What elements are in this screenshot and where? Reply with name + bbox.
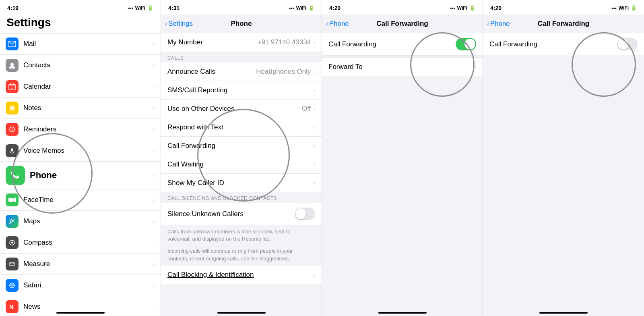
silence-toggle[interactable] [295,208,315,220]
settings-item-notes[interactable]: Notes › [0,98,161,119]
status-bar-4: 4:20 ▪▪▪ WiFi 🔋 [483,0,644,15]
mail-icon [6,37,19,50]
settings-item-facetime[interactable]: FaceTime › [0,189,161,211]
caller-id-item[interactable]: Show My Caller ID › [161,174,322,192]
silencing-section-header: CALL SILENCING AND BLOCKED CONTACTS [161,192,322,203]
reminders-chevron: › [153,126,155,133]
settings-item-mail[interactable]: Mail › [0,33,161,55]
settings-item-compass[interactable]: Compass › [0,232,161,254]
settings-item-phone[interactable]: Phone › [0,162,161,189]
wifi-icon-3: WiFi [457,5,467,11]
silence-desc-2: Incoming calls will continue to ring fro… [161,244,322,264]
status-time-3: 4:20 [329,5,341,11]
settings-item-calendar[interactable]: 6 Calendar › [0,76,161,98]
forwarding-on-content: Call Forwarding Forward To › [322,33,483,316]
silence-label: Silence Unknown Callers [167,210,295,218]
call-forwarding-on-section: Call Forwarding [322,33,483,56]
home-indicator-2 [217,312,266,314]
sms-reporting-item[interactable]: SMS/Call Reporting › [161,81,322,100]
status-icons-4: ▪▪▪ WiFi 🔋 [611,5,637,11]
reminders-icon [6,123,19,136]
forwarding-off-nav: ‹ Phone Call Forwarding [483,15,644,33]
forward-to-section: Forward To › [322,57,483,76]
compass-label: Compass [23,239,153,247]
panel-call-forwarding-off: 4:20 ▪▪▪ WiFi 🔋 ‹ Phone Call Forwarding … [483,0,644,316]
home-indicator-4 [539,312,588,314]
status-icons-3: ▪▪▪ WiFi 🔋 [450,5,475,11]
use-devices-value: Off [302,105,311,113]
settings-header: Settings [0,15,161,33]
settings-item-measure[interactable]: Measure › [0,254,161,275]
settings-item-maps[interactable]: Maps › [0,211,161,232]
calls-section-header: CALLS [161,52,322,62]
settings-item-reminders[interactable]: Reminders › [0,119,161,140]
phone-nav-header: ‹ Settings Phone [161,15,322,33]
home-indicator-3 [378,312,427,314]
svg-point-1 [10,63,14,66]
svg-point-13 [12,130,12,131]
call-forwarding-toggle-off-item[interactable]: Call Forwarding [483,33,644,55]
my-number-item[interactable]: My Number +91 97140 43334 › [161,33,322,52]
call-waiting-label: Call Waiting [167,160,313,168]
notes-icon [6,102,19,114]
settings-back-button[interactable]: ‹ Settings [165,20,193,28]
settings-item-safari[interactable]: Safari › [0,275,161,296]
silence-unknown-item[interactable]: Silence Unknown Callers [161,203,322,225]
page-title: Settings [6,16,154,29]
status-icons-2: ▪▪▪ WiFi 🔋 [289,5,314,11]
contacts-chevron: › [153,62,155,69]
measure-label: Measure [23,260,153,268]
phone-back-button-4[interactable]: ‹ Phone [487,20,510,28]
call-blocking-item[interactable]: Call Blocking & Identification › [161,266,322,284]
home-bar-1 [0,307,161,316]
forward-to-label: Forward To [328,63,474,71]
silence-desc-1: Calls from unknown numbers will be silen… [161,225,322,244]
settings-item-voicememos[interactable]: Voice Memos › [0,140,161,162]
forwarding-off-content: Call Forwarding [483,33,644,316]
call-forwarding-item[interactable]: Call Forwarding › [161,137,322,155]
forward-to-item[interactable]: Forward To › [322,58,483,76]
svg-marker-17 [13,198,16,202]
contacts-label: Contacts [23,61,153,69]
home-bar-2 [161,307,322,316]
my-number-label: My Number [167,38,257,46]
forwarding-on-nav: ‹ Phone Call Forwarding [322,15,483,33]
settings-item-contacts[interactable]: Contacts › [0,55,161,76]
silencing-section: Silence Unknown Callers [161,203,322,225]
my-number-value: +91 97140 43334 [257,38,311,46]
use-devices-item[interactable]: Use on Other Devices Off › [161,100,322,118]
calls-section: Announce Calls Headphones Only › SMS/Cal… [161,62,322,192]
announce-calls-item[interactable]: Announce Calls Headphones Only › [161,62,322,81]
reminders-label: Reminders [23,125,153,133]
call-forwarding-on-label: Call Forwarding [328,40,456,48]
phone-back-button-3[interactable]: ‹ Phone [326,20,349,28]
call-forwarding-toggle-off[interactable] [617,38,638,50]
my-number-section: My Number +91 97140 43334 › [161,33,322,52]
sms-reporting-label: SMS/Call Reporting [167,86,313,94]
blocking-section: Call Blocking & Identification › [161,266,322,284]
call-forwarding-toggle-on[interactable] [456,38,476,50]
calendar-icon: 6 [6,80,19,93]
call-waiting-item[interactable]: Call Waiting › [161,155,322,174]
svg-marker-20 [11,241,13,245]
battery-icon-2: 🔋 [308,5,314,11]
toggle-knob [295,208,306,219]
svg-text:6: 6 [11,87,13,89]
forwarding-on-title: Call Forwarding [376,20,428,28]
panel-settings: 4:19 ▪▪▪ WiFi 🔋 Settings Mail › Contacts… [0,0,161,316]
call-forwarding-toggle-on-item[interactable]: Call Forwarding [322,33,483,55]
status-bar-2: 4:31 ▪▪▪ WiFi 🔋 [161,0,322,15]
toggle-off-knob [618,39,629,50]
calendar-label: Calendar [23,83,153,91]
maps-icon [6,215,19,228]
wifi-icon-4: WiFi [619,5,629,11]
calendar-chevron: › [153,83,155,90]
back-label-4: Phone [490,20,510,28]
notes-label: Notes [23,104,153,112]
svg-marker-18 [10,219,14,224]
mail-label: Mail [23,40,153,48]
respond-with-item[interactable]: Respond with Text › [161,118,322,137]
signal-icon-3: ▪▪▪ [450,5,455,11]
back-chevron-4: ‹ [487,20,489,28]
call-forwarding-off-label: Call Forwarding [489,40,617,48]
